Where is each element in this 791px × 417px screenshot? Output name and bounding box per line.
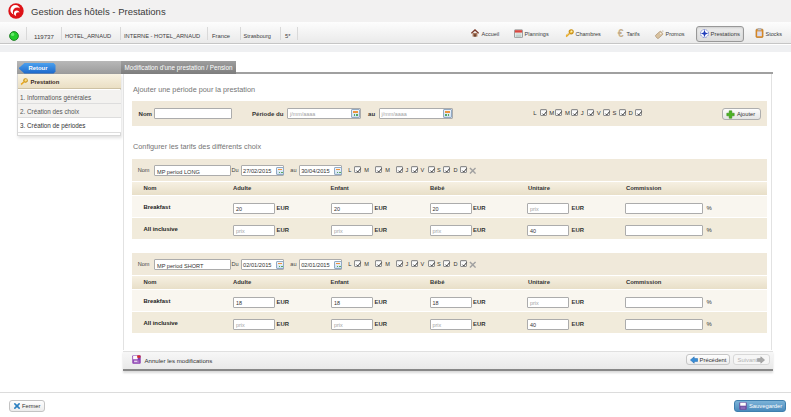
svg-text:€: € [617,28,623,38]
